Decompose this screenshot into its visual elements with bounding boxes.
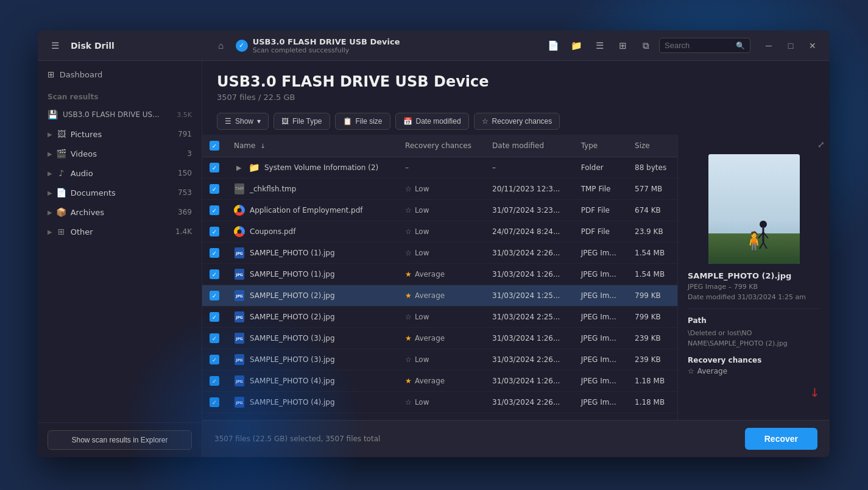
sidebar-item-audio[interactable]: ▶ ♪ Audio 150 [38,163,202,183]
recovery-chances-filter-button[interactable]: ☆ Recovery chances [474,113,560,130]
hamburger-button[interactable]: ☰ [45,36,65,55]
file-name-cell: JPGSAMPLE_PHOTO (4).jpg [234,397,390,408]
jpg-file-icon: JPG [234,354,245,365]
home-button[interactable]: ⌂ [211,36,231,55]
recovery-star-icon: ☆ [688,367,694,375]
table-row[interactable]: ✓JPGSAMPLE_PHOTO (3).jpg☆Low31/03/2024 2… [202,349,677,371]
type-cell: JPEG Im... [574,243,627,264]
file-name: SAMPLE_PHOTO (1).jpg [250,249,335,257]
expand-button[interactable]: ▶ [234,163,244,173]
table-row[interactable]: ✓▶📁System Volume Information (2)––Folder… [202,157,677,179]
folder-view-button[interactable]: 📁 [566,36,586,55]
size-cell: 23.9 KB [627,221,677,243]
show-filter-button[interactable]: ☰ Show ▾ [217,113,269,130]
date-column-header[interactable]: Date modified [485,135,574,157]
maximize-button[interactable]: □ [781,36,800,55]
file-size-filter-icon: 📋 [343,117,352,126]
recovery-cell: ☆Low [405,249,478,257]
size-cell: 1.54 MB [627,264,677,285]
pictures-count: 791 [178,130,192,138]
table-row[interactable]: ✓JPGSAMPLE_PHOTO (4).jpg★Average31/03/20… [202,371,677,392]
table-row[interactable]: ✓Application of Employment.pdf☆Low31/07/… [202,200,677,221]
size-column-header[interactable]: Size [627,135,677,157]
date-modified-filter-button[interactable]: 📅 Date modified [395,113,469,130]
file-name: SAMPLE_PHOTO (1).jpg [250,270,335,279]
recover-button[interactable]: Recover [745,428,817,450]
table-row[interactable]: ✓JPGSAMPLE_PHOTO (2).jpg☆Low31/03/2024 2… [202,307,677,328]
sidebar-item-videos[interactable]: ▶ 🎬 Videos 3 [38,144,202,163]
content-area: USB3.0 FLASH DRIVE USB Device 3507 files… [202,61,830,457]
star-icon: ☆ [405,249,412,257]
select-all-header[interactable]: ✓ [202,135,227,157]
row-checkbox[interactable]: ✓ [210,355,219,364]
list-view-button[interactable]: ☰ [590,36,609,55]
sidebar-item-other[interactable]: ▶ ⊞ Other 1.4K [38,222,202,241]
table-row[interactable]: ✓TMP_chkflsh.tmp☆Low20/11/2023 12:3...TM… [202,179,677,200]
row-checkbox[interactable]: ✓ [210,376,219,386]
table-row[interactable]: ✓Coupons.pdf☆Low24/07/2024 8:24...PDF Fi… [202,221,677,243]
grid-view-button[interactable]: ⊞ [613,36,632,55]
split-view-button[interactable]: ⧉ [636,36,655,55]
row-checkbox[interactable]: ✓ [210,248,219,258]
star-icon: ☆ [405,206,412,215]
sidebar-item-archives[interactable]: ▶ 📦 Archives 369 [38,202,202,222]
sidebar-item-dashboard[interactable]: ⊞ Dashboard [38,61,202,88]
search-input[interactable] [665,41,732,50]
sidebar-item-documents[interactable]: ▶ 📄 Documents 753 [38,183,202,202]
sidebar-item-pictures[interactable]: ▶ 🖼 Pictures 791 [38,124,202,144]
file-type-filter-label: File Type [292,117,322,126]
table-row[interactable]: ✓JPGSAMPLE_PHOTO (3).jpg★Average31/03/20… [202,328,677,349]
table-row[interactable]: ✓JPGSAMPLE_PHOTO (4).jpg☆Low31/03/2024 2… [202,392,677,413]
row-checkbox[interactable]: ✓ [210,163,219,172]
jpg-file-icon: JPG [234,375,245,386]
table-row[interactable]: ✓JPGSAMPLE_PHOTO (1).jpg☆Low31/03/2024 2… [202,243,677,264]
row-checkbox[interactable]: ✓ [210,227,219,236]
file-name: SAMPLE_PHOTO (3).jpg [250,334,335,343]
name-column-header[interactable]: Name ↓ [227,135,398,157]
archives-label: Archives [71,208,174,217]
date-cell: 31/03/2024 1:26... [485,328,574,349]
preview-expand-button[interactable]: ⤢ [817,140,825,149]
date-cell: 31/03/2024 1:25... [485,285,574,307]
date-cell: 31/03/2024 2:26... [485,243,574,264]
date-cell: 31/07/2024 3:23... [485,200,574,221]
row-checkbox[interactable]: ✓ [210,205,219,215]
archives-count: 369 [178,208,192,216]
file-size-filter-button[interactable]: 📋 File size [335,113,390,130]
recovery-label: Average [415,334,445,343]
file-name-cell: ▶📁System Volume Information (2) [234,162,390,173]
row-checkbox[interactable]: ✓ [210,397,219,407]
row-checkbox[interactable]: ✓ [210,269,219,279]
row-checkbox[interactable]: ✓ [210,312,219,322]
file-name: System Volume Information (2) [264,163,378,172]
sidebar-item-device[interactable]: 💾 USB3.0 FLASH DRIVE US... 3.5K [38,105,202,124]
table-row[interactable]: ✓JPGSAMPLE_PHOTO (1).jpg★Average31/03/20… [202,264,677,285]
device-name: USB3.0 FLASH DRIVE USB Device [253,37,400,46]
row-checkbox[interactable]: ✓ [210,184,219,194]
recovery-cell: ☆Low [405,398,478,407]
select-all-checkbox[interactable]: ✓ [210,141,219,151]
star-icon: ★ [405,377,412,385]
jpg-file-icon: JPG [234,333,245,344]
close-button[interactable]: ✕ [803,36,822,55]
row-checkbox[interactable]: ✓ [210,333,219,343]
show-explorer-button[interactable]: Show scan results in Explorer [48,430,192,450]
type-cell: TMP File [574,179,627,200]
row-checkbox[interactable]: ✓ [210,291,219,300]
documents-label: Documents [71,188,174,197]
recovery-value-text: Average [697,367,727,375]
date-filter-icon: 📅 [403,117,412,126]
star-icon: ☆ [405,355,412,364]
videos-count: 3 [187,149,192,158]
file-view-button[interactable]: 📄 [543,36,563,55]
recovery-column-header[interactable]: Recovery chances [398,135,485,157]
file-type-filter-button[interactable]: 🖼 File Type [273,113,330,130]
table-row[interactable]: ✓JPGSAMPLE_PHOTO (2).jpg★Average31/03/20… [202,285,677,307]
file-name: _chkflsh.tmp [250,185,296,193]
scroll-down-arrow: ↓ [678,380,830,405]
type-cell: JPEG Im... [574,307,627,328]
preview-filetype: JPEG Image – 799 KB [678,283,830,293]
file-name: SAMPLE_PHOTO (2).jpg [250,291,335,300]
type-column-header[interactable]: Type [574,135,627,157]
minimize-button[interactable]: ─ [759,36,778,55]
